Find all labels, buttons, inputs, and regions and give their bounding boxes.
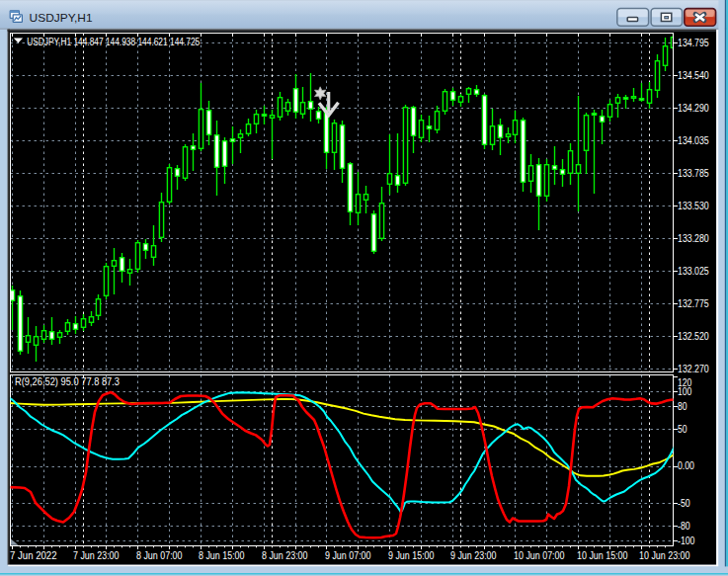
svg-text:8 Jun 07:00: 8 Jun 07:00 [136, 550, 183, 561]
svg-text:133.025: 133.025 [678, 266, 709, 277]
svg-text:10 Jun 23:00: 10 Jun 23:00 [639, 550, 690, 561]
svg-text:134.290: 134.290 [678, 103, 709, 114]
svg-text:9 Jun 15:00: 9 Jun 15:00 [388, 550, 435, 561]
svg-text:0.00: 0.00 [678, 460, 694, 471]
svg-text:10 Jun 07:00: 10 Jun 07:00 [514, 550, 565, 561]
svg-text:132.775: 132.775 [678, 298, 709, 309]
svg-text:-100: -100 [678, 535, 695, 546]
svg-text:9 Jun 07:00: 9 Jun 07:00 [325, 550, 371, 561]
svg-text:134.035: 134.035 [678, 135, 709, 146]
svg-text:8 Jun 23:00: 8 Jun 23:00 [262, 550, 308, 561]
svg-text:7 Jun 2022: 7 Jun 2022 [10, 550, 57, 561]
svg-text:133.530: 133.530 [678, 201, 709, 211]
svg-text:134.795: 134.795 [678, 38, 709, 48]
svg-text:133.785: 133.785 [678, 168, 709, 179]
svg-text:9 Jun 23:00: 9 Jun 23:00 [450, 550, 497, 561]
svg-text:-50: -50 [678, 498, 690, 509]
svg-text:USDJPY,H1: USDJPY,H1 [30, 12, 93, 24]
svg-text:USDJPY,H1 144.847 144.938 144.: USDJPY,H1 144.847 144.938 144.621 144.72… [27, 37, 200, 47]
svg-text:8 Jun 15:00: 8 Jun 15:00 [199, 550, 245, 561]
svg-text:10 Jun 15:00: 10 Jun 15:00 [577, 550, 628, 561]
svg-text:132.520: 132.520 [678, 331, 709, 342]
svg-text:100: 100 [678, 386, 692, 397]
svg-text:R(9,26,52) 95.0 77.8 87.3: R(9,26,52) 95.0 77.8 87.3 [15, 376, 120, 387]
svg-text:7 Jun 23:00: 7 Jun 23:00 [73, 550, 120, 561]
svg-text:80: 80 [678, 401, 688, 412]
svg-text:132.270: 132.270 [678, 364, 709, 374]
svg-text:133.280: 133.280 [678, 233, 709, 244]
svg-text:134.540: 134.540 [678, 70, 709, 81]
svg-text:-80: -80 [678, 521, 690, 532]
svg-text:50: 50 [678, 424, 688, 435]
